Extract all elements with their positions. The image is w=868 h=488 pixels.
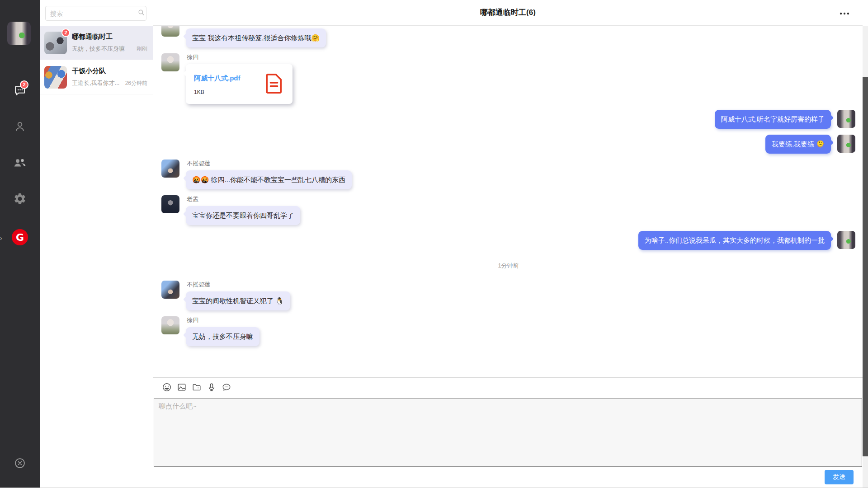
file-size: 1KB bbox=[194, 89, 256, 95]
chat-last-message: 无妨，技多不压身嘛 bbox=[72, 45, 134, 53]
group-avatar: 2 bbox=[44, 32, 67, 54]
message-bubble: 宝宝你还是不要跟着你四哥乱学了 bbox=[186, 206, 300, 225]
conversation-title: 哪都通临时工(6) bbox=[480, 7, 536, 18]
group-icon bbox=[13, 156, 27, 169]
chat-list-item[interactable]: 干饭小分队 王道长,我看你才... 26分钟前 bbox=[40, 60, 153, 94]
message-avatar[interactable] bbox=[837, 110, 855, 128]
message-input[interactable] bbox=[154, 398, 862, 467]
gear-icon bbox=[13, 192, 27, 206]
message-avatar[interactable] bbox=[161, 281, 179, 299]
message-sender-name: 不摇碧莲 bbox=[187, 160, 352, 168]
message-avatar[interactable] bbox=[837, 135, 855, 153]
message-bubble: 无妨，技多不压身嘛 bbox=[186, 327, 259, 346]
scrollbar-track bbox=[863, 26, 868, 488]
nav-sidebar: 2 bbox=[0, 0, 40, 488]
group-avatar bbox=[44, 66, 67, 89]
microphone-icon bbox=[207, 382, 217, 394]
message-avatar[interactable] bbox=[161, 53, 179, 71]
message-sender-name: 不摇碧莲 bbox=[187, 281, 290, 289]
message-sender-name: 徐四 bbox=[187, 316, 259, 324]
chat-history-button[interactable] bbox=[221, 382, 232, 394]
message-bubble: 宝宝的间歇性机智证又犯了 🐧 bbox=[186, 291, 290, 310]
image-icon bbox=[177, 382, 187, 394]
user-avatar[interactable] bbox=[7, 22, 31, 45]
chat-time: 26分钟前 bbox=[125, 80, 147, 87]
scrollbar-thumb[interactable] bbox=[863, 77, 868, 456]
voice-button[interactable] bbox=[206, 382, 217, 394]
chat-list: 2 哪都通临时工 无妨，技多不压身嘛 刚刚 干饭小分队 王道长,我看你才... … bbox=[40, 26, 153, 94]
groups-nav-button[interactable] bbox=[12, 155, 28, 170]
message-scroll-area: 宝宝 我这有本祖传秘笈,很适合你修炼哦🤗 徐四 阿威十八式.pdf 1KB bbox=[153, 26, 863, 377]
chat-title: 干饭小分队 bbox=[72, 67, 147, 75]
close-button[interactable] bbox=[12, 455, 28, 471]
send-file-button[interactable] bbox=[191, 382, 203, 394]
send-image-button[interactable] bbox=[176, 382, 188, 394]
chat-meta: 干饭小分队 王道长,我看你才... 26分钟前 bbox=[72, 67, 147, 87]
settings-nav-button[interactable] bbox=[12, 191, 28, 206]
folder-icon bbox=[192, 382, 202, 394]
ellipsis-icon bbox=[840, 9, 849, 17]
search-box bbox=[45, 6, 146, 21]
message-bubble: 宝宝 我这有本祖传秘笈,很适合你修炼哦🤗 bbox=[186, 28, 326, 47]
conversation-header: 哪都通临时工(6) bbox=[153, 0, 863, 26]
close-circle-icon bbox=[14, 457, 26, 469]
chat-title: 哪都通临时工 bbox=[72, 33, 147, 41]
message-sender-name: 老孟 bbox=[187, 195, 300, 203]
file-message-card[interactable]: 阿威十八式.pdf 1KB bbox=[186, 64, 292, 104]
message-bubble: 🤬🤬 徐四...你能不能不教宝宝一些乱七八糟的东西 bbox=[186, 170, 352, 189]
drawer-handle-chevron-icon[interactable]: › bbox=[0, 235, 2, 241]
chat-meta: 哪都通临时工 无妨，技多不压身嘛 刚刚 bbox=[72, 33, 147, 53]
search-icon bbox=[137, 9, 145, 18]
emoji-button[interactable] bbox=[161, 382, 173, 394]
chat-unread-badge: 2 bbox=[20, 80, 28, 89]
app-logo-g[interactable]: G bbox=[12, 229, 28, 245]
time-divider: 1分钟前 bbox=[161, 262, 855, 270]
message-bubble: 为啥子..你们总说我呆瓜，其实大多的时候，我都机制的一批 bbox=[638, 231, 831, 250]
composer bbox=[154, 398, 862, 467]
message-bubble: 我要练,我要练 🫠 bbox=[765, 135, 831, 154]
search-row bbox=[40, 0, 153, 26]
message-sender-name: 徐四 bbox=[187, 53, 292, 61]
app-window: 2 bbox=[0, 0, 868, 488]
chat-list-panel: 2 哪都通临时工 无妨，技多不压身嘛 刚刚 干饭小分队 王道长,我看你才... … bbox=[40, 0, 153, 488]
file-name: 阿威十八式.pdf bbox=[194, 74, 256, 83]
chat-last-message: 王道长,我看你才... bbox=[72, 79, 123, 87]
smiley-icon bbox=[162, 382, 172, 394]
contacts-nav-button[interactable] bbox=[12, 119, 28, 134]
message-avatar[interactable] bbox=[161, 195, 179, 213]
unread-badge: 2 bbox=[61, 28, 70, 37]
person-icon bbox=[13, 120, 27, 133]
search-input[interactable] bbox=[46, 10, 137, 17]
message-avatar[interactable] bbox=[161, 26, 179, 37]
message-avatar[interactable] bbox=[837, 231, 855, 249]
more-menu-button[interactable] bbox=[838, 8, 851, 17]
send-button[interactable]: 发送 bbox=[825, 470, 854, 484]
conversation-panel: 哪都通临时工(6) 宝宝 我这有本祖传秘笈,很适合你修炼哦🤗 徐四 bbox=[153, 0, 868, 488]
message-bubble-icon bbox=[222, 382, 231, 394]
composer-toolbar bbox=[153, 378, 863, 398]
search-button[interactable] bbox=[137, 6, 146, 20]
chat-time: 刚刚 bbox=[137, 45, 147, 53]
message-avatar[interactable] bbox=[161, 160, 179, 178]
message-avatar[interactable] bbox=[161, 316, 179, 334]
message-bubble: 阿威十八式,听名字就好厉害的样子 bbox=[715, 110, 831, 129]
chat-list-item[interactable]: 2 哪都通临时工 无妨，技多不压身嘛 刚刚 bbox=[40, 26, 153, 60]
pdf-file-icon bbox=[264, 72, 284, 97]
composer-footer: 发送 bbox=[153, 467, 863, 488]
